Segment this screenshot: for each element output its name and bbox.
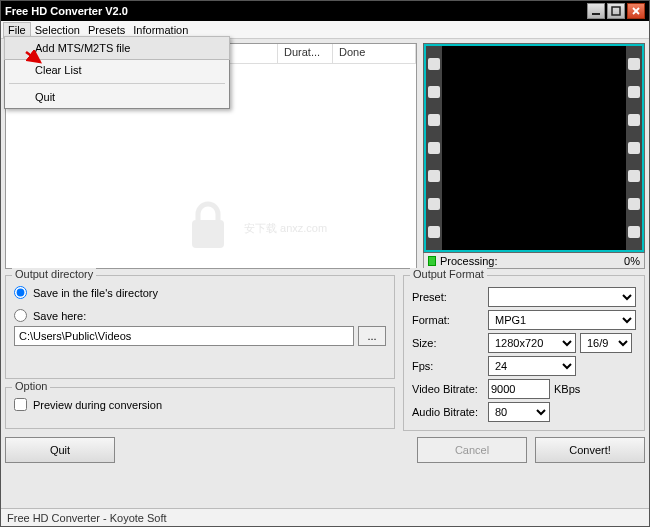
output-directory-group: Output directory Save in the file's dire… <box>5 275 395 379</box>
column-done[interactable]: Done <box>333 44 416 63</box>
ratio-select[interactable]: 16/9 <box>580 333 632 353</box>
checkbox-preview-label: Preview during conversion <box>33 399 162 411</box>
progress-row: Processing: 0% <box>423 253 645 269</box>
format-label: Format: <box>412 314 484 326</box>
progress-percent: 0% <box>624 255 640 267</box>
preview-screen <box>442 46 626 250</box>
film-sprockets-right <box>626 46 642 250</box>
output-path-input[interactable] <box>14 326 354 346</box>
column-duration[interactable]: Durat... <box>278 44 333 63</box>
minimize-button[interactable] <box>587 3 605 19</box>
radio-save-here-label: Save here: <box>33 310 86 322</box>
output-format-group: Output Format Preset: Format: MPG1 Size:… <box>403 275 645 431</box>
video-bitrate-label: Video Bitrate: <box>412 383 484 395</box>
progress-label: Processing: <box>440 255 497 267</box>
audio-bitrate-select[interactable]: 80 <box>488 402 550 422</box>
preset-select[interactable] <box>488 287 636 307</box>
option-group: Option Preview during conversion <box>5 387 395 429</box>
status-text: Free HD Converter - Koyote Soft <box>7 512 167 524</box>
output-directory-legend: Output directory <box>12 268 96 280</box>
video-bitrate-unit: KBps <box>554 383 580 395</box>
progress-bar <box>428 256 436 266</box>
size-select[interactable]: 1280x720 <box>488 333 576 353</box>
menu-separator <box>9 83 225 84</box>
output-format-legend: Output Format <box>410 268 487 280</box>
preview-box <box>423 43 645 253</box>
checkbox-preview[interactable] <box>14 398 27 411</box>
audio-bitrate-label: Audio Bitrate: <box>412 406 484 418</box>
film-sprockets-left <box>426 46 442 250</box>
convert-button[interactable]: Convert! <box>535 437 645 463</box>
format-select[interactable]: MPG1 <box>488 310 636 330</box>
fps-select[interactable]: 24 <box>488 356 576 376</box>
menu-presets[interactable]: Presets <box>84 23 129 37</box>
option-legend: Option <box>12 380 50 392</box>
fps-label: Fps: <box>412 360 484 372</box>
radio-save-in-file-dir[interactable] <box>14 286 27 299</box>
maximize-button[interactable] <box>607 3 625 19</box>
svg-rect-0 <box>592 13 600 15</box>
svg-rect-1 <box>612 7 620 15</box>
browse-button[interactable]: ... <box>358 326 386 346</box>
menu-item-clear-list[interactable]: Clear List <box>5 59 229 81</box>
titlebar: Free HD Converter V2.0 <box>1 1 649 21</box>
file-dropdown-menu: Add MTS/M2TS file Clear List Quit <box>4 36 230 109</box>
statusbar: Free HD Converter - Koyote Soft <box>1 508 649 526</box>
menu-item-add-file[interactable]: Add MTS/M2TS file <box>4 36 230 60</box>
radio-save-in-file-dir-label: Save in the file's directory <box>33 287 158 299</box>
quit-button[interactable]: Quit <box>5 437 115 463</box>
preset-label: Preset: <box>412 291 484 303</box>
radio-save-here[interactable] <box>14 309 27 322</box>
menu-information[interactable]: Information <box>129 23 192 37</box>
menu-item-quit[interactable]: Quit <box>5 86 229 108</box>
video-bitrate-input[interactable] <box>488 379 550 399</box>
menu-selection[interactable]: Selection <box>31 23 84 37</box>
cancel-button[interactable]: Cancel <box>417 437 527 463</box>
window-title: Free HD Converter V2.0 <box>5 5 585 17</box>
size-label: Size: <box>412 337 484 349</box>
close-button[interactable] <box>627 3 645 19</box>
